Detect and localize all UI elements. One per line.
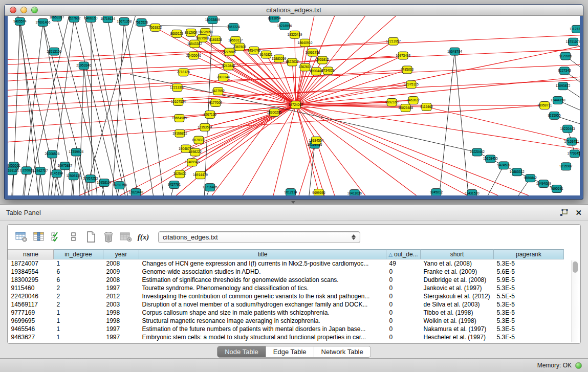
graph-node[interactable]: 15751074 bbox=[566, 38, 580, 46]
table-row[interactable]: 946362711997Embryonic stem cells: a mode… bbox=[8, 333, 564, 341]
table-selector-dropdown[interactable]: citations_edges.txt bbox=[158, 231, 360, 243]
graph-node[interactable]: 18325419 bbox=[288, 31, 302, 38]
graph-node[interactable]: 11431520 bbox=[465, 190, 480, 195]
graph-edge[interactable] bbox=[108, 19, 138, 195]
column-header-short[interactable]: short bbox=[421, 250, 494, 259]
row-select-icon[interactable] bbox=[48, 229, 65, 245]
graph-node[interactable]: 9245012 bbox=[430, 189, 443, 195]
graph-edge[interactable] bbox=[183, 72, 296, 105]
graph-node[interactable]: 9146821 bbox=[259, 51, 273, 58]
graph-node[interactable]: 2718126 bbox=[177, 69, 190, 76]
graph-node[interactable]: 8454749 bbox=[248, 47, 261, 54]
graph-edge[interactable] bbox=[63, 166, 65, 195]
graph-node[interactable]: 9399154 bbox=[8, 167, 19, 175]
tab-edge-table[interactable]: Edge Table bbox=[266, 346, 314, 357]
graph-node[interactable]: 9242848 bbox=[222, 62, 235, 70]
graph-node[interactable]: 9463627 bbox=[407, 97, 420, 104]
column-header-title[interactable]: title bbox=[139, 250, 386, 259]
graph-node[interactable]: 8186328 bbox=[209, 36, 223, 43]
graph-node[interactable]: 26513150 bbox=[47, 48, 61, 55]
column-visibility-icon[interactable] bbox=[30, 229, 48, 245]
graph-edge[interactable] bbox=[296, 105, 580, 149]
table-row[interactable]: 1872400712008Changes of HCN gene express… bbox=[8, 259, 564, 268]
graph-node[interactable]: 10494089 bbox=[536, 180, 551, 188]
graph-node[interactable]: 16648784 bbox=[447, 48, 462, 55]
graph-node[interactable]: 1527602 bbox=[68, 16, 81, 22]
graph-node[interactable]: 9129966 bbox=[559, 52, 572, 60]
graph-node[interactable]: 10653287 bbox=[49, 16, 64, 21]
graph-node[interactable]: 9405574 bbox=[13, 17, 27, 25]
float-panel-icon[interactable] bbox=[560, 209, 568, 216]
graph-node[interactable]: 8822037 bbox=[286, 58, 299, 66]
graph-node[interactable]: 10973493 bbox=[396, 52, 410, 59]
table-scrollbar[interactable] bbox=[571, 260, 579, 342]
graph-node[interactable]: 1145194 bbox=[50, 170, 63, 178]
graph-node[interactable]: 9992160 bbox=[385, 99, 399, 106]
graph-edge[interactable] bbox=[212, 113, 274, 195]
graph-node[interactable]: 9215987 bbox=[559, 163, 573, 170]
graph-edge[interactable] bbox=[84, 16, 136, 195]
graph-edge[interactable] bbox=[142, 23, 164, 195]
graph-node[interactable]: 8498222 bbox=[189, 148, 202, 156]
graph-node[interactable]: 7663822 bbox=[149, 24, 162, 31]
graph-node[interactable]: 12823448 bbox=[128, 189, 143, 195]
graph-node[interactable]: 37691406 bbox=[35, 18, 50, 26]
graph-node[interactable]: 19654985 bbox=[172, 114, 187, 122]
table-row[interactable]: 969969511998Structural magnetic resonanc… bbox=[8, 317, 564, 325]
graph-edge[interactable] bbox=[439, 52, 454, 195]
column-header-out-de-[interactable]: △out_de... bbox=[386, 250, 421, 259]
graph-node[interactable]: 19218596 bbox=[277, 22, 292, 30]
merge-tables-icon[interactable] bbox=[65, 229, 82, 245]
graph-node[interactable]: 7690691 bbox=[550, 185, 563, 193]
network-canvas[interactable]: 9405574376914061065328715276026466160107… bbox=[8, 16, 580, 195]
graph-edge[interactable] bbox=[296, 105, 324, 195]
graph-node[interactable]: 9856842 bbox=[524, 174, 537, 182]
network-svg[interactable]: 9405574376914061065328715276026466160107… bbox=[8, 16, 580, 195]
graph-node[interactable]: 16961758 bbox=[306, 49, 320, 56]
graph-node[interactable]: 16671358 bbox=[117, 17, 132, 25]
graph-node[interactable]: 7515526 bbox=[135, 18, 148, 26]
graph-node[interactable]: 9227343 bbox=[558, 67, 571, 75]
graph-node[interactable]: 6734028 bbox=[321, 67, 335, 75]
graph-node[interactable]: 7625402 bbox=[173, 170, 187, 178]
new-table-icon[interactable] bbox=[82, 229, 100, 245]
graph-node[interactable]: 10220443 bbox=[560, 125, 575, 133]
graph-edge[interactable] bbox=[84, 16, 125, 195]
column-header-year[interactable]: year bbox=[103, 250, 139, 259]
graph-node[interactable]: 9699695 bbox=[312, 189, 325, 195]
graph-node[interactable]: 17703458 bbox=[568, 150, 580, 158]
tab-network-table[interactable]: Network Table bbox=[314, 346, 371, 357]
table-row[interactable]: 1456911722003Disruption of a novel membe… bbox=[8, 300, 564, 309]
table-row[interactable]: 2242004622012Investigating the contribut… bbox=[8, 292, 564, 300]
graph-node[interactable]: 8267130 bbox=[204, 111, 217, 118]
graph-node[interactable]: 10719134 bbox=[100, 16, 115, 23]
table-row[interactable]: 1830029562008Estimation of significance … bbox=[8, 276, 564, 284]
delete-table-icon[interactable] bbox=[100, 229, 117, 245]
graph-node[interactable]: 12353584 bbox=[198, 123, 212, 131]
table-row[interactable]: 911546021997Tourette syndrome. Phenomeno… bbox=[8, 284, 564, 292]
column-header-pagerank[interactable]: pagerank bbox=[494, 250, 564, 259]
graph-node[interactable]: 9612114 bbox=[285, 189, 297, 195]
graph-node[interactable]: 20206526 bbox=[45, 150, 59, 158]
graph-node[interactable]: 7857224 bbox=[227, 23, 241, 31]
graph-edge[interactable] bbox=[316, 141, 335, 195]
table-row[interactable]: 1938455462009Genome-wide association stu… bbox=[8, 268, 564, 276]
graph-node[interactable]: 10975887 bbox=[57, 162, 72, 170]
graph-edge[interactable] bbox=[296, 105, 319, 193]
graph-edge[interactable] bbox=[309, 145, 315, 195]
table-settings-icon[interactable] bbox=[13, 229, 30, 245]
graph-node[interactable]: 2803144 bbox=[217, 74, 230, 81]
graph-node[interactable]: 11127314 bbox=[570, 25, 580, 33]
graph-node[interactable]: 8660123 bbox=[170, 30, 184, 37]
graph-edge[interactable] bbox=[74, 18, 118, 195]
graph-node[interactable]: 8427552 bbox=[212, 87, 225, 95]
graph-node[interactable]: 6466160 bbox=[84, 16, 98, 22]
graph-node[interactable]: 9275685 bbox=[223, 48, 236, 56]
graph-edge[interactable] bbox=[296, 56, 403, 105]
graph-node[interactable]: 10958107 bbox=[97, 179, 112, 187]
graph-node[interactable]: 17103451 bbox=[564, 138, 579, 145]
graph-node[interactable]: 18640910 bbox=[298, 39, 313, 47]
graph-node[interactable]: 7955812 bbox=[316, 56, 329, 64]
table-row[interactable]: 946554611997Estimation of the future num… bbox=[8, 325, 564, 333]
graph-node[interactable]: 9115460 bbox=[420, 103, 433, 111]
